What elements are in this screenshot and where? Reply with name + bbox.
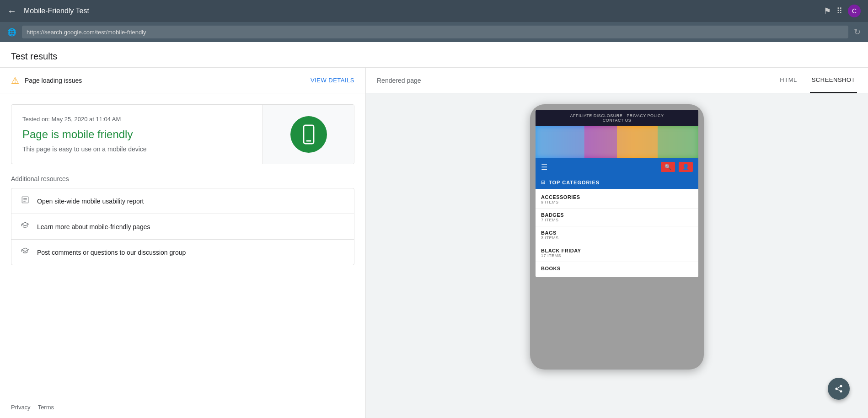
- site-banner: [536, 126, 698, 158]
- mobile-friendly-icon: [290, 116, 327, 153]
- cat-name-badges: BADGES: [541, 212, 693, 218]
- hamburger-icon: ☰: [541, 163, 547, 171]
- category-item-bags: BAGS 3 ITEMS: [536, 226, 698, 244]
- cat-name-books: BOOKS: [541, 266, 693, 271]
- alert-text: Page loading issues: [25, 77, 305, 84]
- resource-item-learn[interactable]: Learn more about mobile-friendly pages: [11, 214, 354, 240]
- cat-count-black-friday: 17 ITEMS: [541, 253, 693, 258]
- svg-rect-1: [306, 140, 311, 141]
- content-layout: ⚠ Page loading issues VIEW DETAILS Teste…: [0, 68, 868, 418]
- categories-grid-icon: ⊞: [541, 179, 545, 185]
- terms-link[interactable]: Terms: [38, 404, 54, 411]
- right-panel: Rendered page HTML SCREENSHOT AFFILIATE …: [366, 68, 868, 418]
- result-card-left: Tested on: May 25, 2020 at 11:04 AM Page…: [11, 105, 263, 164]
- resource-list: Open site-wide mobile usability report L…: [11, 188, 354, 265]
- resource-text-discuss: Post comments or questions to our discus…: [37, 249, 186, 256]
- user-icon: 👤: [679, 162, 693, 172]
- phone-frame: AFFILIATE DISCLOSURE PRIVACY POLICYCONTA…: [530, 104, 704, 370]
- grid-icon[interactable]: ⠿: [836, 6, 842, 16]
- phone-preview-area: AFFILIATE DISCLOSURE PRIVACY POLICYCONTA…: [366, 93, 868, 418]
- result-card-right: [263, 105, 354, 164]
- back-button[interactable]: ←: [7, 6, 16, 16]
- view-details-button[interactable]: VIEW DETAILS: [311, 77, 354, 84]
- additional-resources: Additional resources Open site-wide mobi…: [0, 175, 365, 276]
- category-item-accessories: ACCESSORIES 9 ITEMS: [536, 191, 698, 209]
- feedback-icon[interactable]: ⚑: [824, 6, 831, 16]
- rendered-page-label: Rendered page: [377, 77, 767, 84]
- search-icon: 🔍: [661, 162, 675, 172]
- cat-count-accessories: 9 ITEMS: [541, 200, 693, 204]
- warning-icon: ⚠: [11, 75, 19, 86]
- tested-on-label: Tested on: May 25, 2020 at 11:04 AM: [22, 116, 252, 123]
- svg-line-15: [837, 386, 840, 388]
- result-title: Page is mobile friendly: [22, 128, 252, 141]
- resource-text-report: Open site-wide mobile usability report: [37, 198, 144, 205]
- test-results-header: Test results: [0, 42, 868, 68]
- svg-point-12: [836, 388, 838, 390]
- topbar-icons: ⚑ ⠿ C: [824, 5, 861, 17]
- site-nav-bar: ☰ 🔍 👤: [536, 158, 698, 176]
- phone-screen: AFFILIATE DISCLOSURE PRIVACY POLICYCONTA…: [536, 110, 698, 277]
- main-area: Test results ⚠ Page loading issues VIEW …: [0, 42, 868, 418]
- svg-line-14: [837, 389, 840, 391]
- site-banner-blur: [536, 126, 698, 158]
- test-results-title: Test results: [11, 51, 857, 62]
- cat-name-accessories: ACCESSORIES: [541, 194, 693, 200]
- additional-resources-heading: Additional resources: [11, 175, 354, 182]
- avatar[interactable]: C: [848, 5, 861, 17]
- category-list: ACCESSORIES 9 ITEMS BADGES 7 ITEMS BAGS …: [536, 189, 698, 277]
- result-card: Tested on: May 25, 2020 at 11:04 AM Page…: [11, 104, 354, 164]
- left-panel: ⚠ Page loading issues VIEW DETAILS Teste…: [0, 68, 366, 418]
- site-topbar: AFFILIATE DISCLOSURE PRIVACY POLICYCONTA…: [536, 110, 698, 126]
- tab-screenshot[interactable]: SCREENSHOT: [810, 68, 857, 93]
- resource-item-report[interactable]: Open site-wide mobile usability report: [11, 188, 354, 214]
- resource-text-learn: Learn more about mobile-friendly pages: [37, 223, 150, 230]
- category-item-badges: BADGES 7 ITEMS: [536, 209, 698, 226]
- cat-name-bags: BAGS: [541, 230, 693, 236]
- svg-rect-10: [536, 126, 698, 158]
- url-bar: 🌐 ↻: [0, 22, 868, 42]
- reload-button[interactable]: ↻: [854, 27, 861, 37]
- page-title: Mobile-Friendly Test: [24, 7, 816, 15]
- category-item-books: BOOKS: [536, 262, 698, 275]
- svg-point-11: [840, 385, 842, 387]
- site-topbar-links: AFFILIATE DISCLOSURE PRIVACY POLICYCONTA…: [541, 113, 693, 123]
- cat-name-black-friday: BLACK FRIDAY: [541, 248, 693, 253]
- top-categories-label: TOP CATEGORIES: [549, 180, 600, 185]
- cat-count-badges: 7 ITEMS: [541, 218, 693, 222]
- footer: Privacy Terms: [0, 397, 365, 418]
- url-input[interactable]: [22, 26, 848, 38]
- globe-icon: 🌐: [7, 28, 16, 37]
- result-subtitle: This page is easy to use on a mobile dev…: [22, 145, 252, 153]
- rendered-header: Rendered page HTML SCREENSHOT: [366, 68, 868, 93]
- resource-item-discuss[interactable]: Post comments or questions to our discus…: [11, 240, 354, 265]
- discuss-icon: [21, 247, 30, 257]
- tab-html[interactable]: HTML: [778, 68, 798, 93]
- nav-icons: 🔍 👤: [661, 162, 693, 172]
- svg-point-13: [840, 390, 842, 392]
- share-fab[interactable]: [828, 378, 850, 400]
- privacy-link[interactable]: Privacy: [11, 404, 31, 411]
- report-icon: [21, 196, 30, 206]
- category-item-black-friday: BLACK FRIDAY 17 ITEMS: [536, 244, 698, 262]
- chrome-topbar: ← Mobile-Friendly Test ⚑ ⠿ C: [0, 0, 868, 22]
- alert-bar: ⚠ Page loading issues VIEW DETAILS: [0, 68, 365, 93]
- learn-icon: [21, 221, 30, 232]
- cat-count-bags: 3 ITEMS: [541, 236, 693, 240]
- top-categories-bar: ⊞ TOP CATEGORIES: [536, 176, 698, 189]
